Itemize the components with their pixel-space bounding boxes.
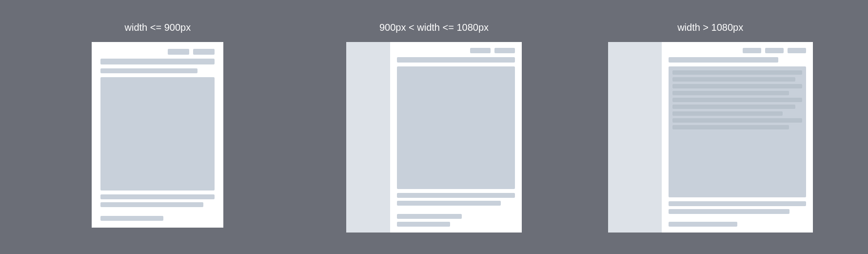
- main-image-medium: [397, 66, 515, 189]
- footer-line-2: [397, 201, 501, 206]
- mockup-large: [608, 42, 813, 233]
- list-line-9: [672, 125, 789, 129]
- header-bar-1: [470, 48, 491, 53]
- breakpoint-small-label: width <= 900px: [125, 22, 191, 33]
- footer-line-3: [100, 216, 163, 221]
- title-bar: [100, 59, 215, 64]
- list-line-1: [672, 70, 802, 75]
- content-medium: [390, 42, 522, 233]
- mockup-small: [92, 42, 223, 228]
- header-bar-2: [494, 48, 515, 53]
- footer-line-3: [669, 222, 737, 227]
- list-line-7: [672, 111, 783, 116]
- list-line-3: [672, 84, 802, 88]
- footer-line-2: [669, 209, 789, 214]
- main-container: width <= 900px 900px < width <= 1080px: [0, 12, 868, 242]
- list-line-5: [672, 98, 802, 102]
- footer-medium: [397, 193, 515, 227]
- footer-small: [100, 194, 215, 221]
- header-bar-2: [765, 48, 784, 53]
- main-image-small: [100, 77, 215, 190]
- header-bar-3: [788, 48, 806, 53]
- header-row-large: [669, 48, 806, 53]
- sidebar-large: [608, 42, 662, 233]
- header-bar-1: [168, 49, 189, 55]
- footer-line-1: [669, 201, 806, 206]
- footer-line-4: [397, 222, 450, 227]
- footer-line-1: [100, 194, 215, 199]
- subtitle-bar: [100, 68, 197, 73]
- list-line-4: [672, 91, 789, 95]
- main-list-large: [669, 66, 806, 197]
- mockup-medium: [346, 42, 522, 233]
- breakpoint-medium: 900px < width <= 1080px: [296, 22, 572, 233]
- header-bar-1: [743, 48, 761, 53]
- header-row-small: [100, 49, 215, 55]
- breakpoint-large-label: width > 1080px: [677, 22, 743, 33]
- content-large: [662, 42, 813, 233]
- footer-line-1: [397, 193, 515, 198]
- header-bar-2: [193, 49, 215, 55]
- footer-large: [669, 201, 806, 227]
- sidebar-medium: [346, 42, 390, 233]
- title-bar: [397, 57, 515, 63]
- breakpoint-large: width > 1080px: [572, 22, 848, 233]
- list-line-8: [672, 118, 802, 123]
- breakpoint-small: width <= 900px: [20, 22, 296, 228]
- header-row-medium: [397, 48, 515, 53]
- footer-line-3: [397, 214, 462, 219]
- list-line-2: [672, 77, 796, 82]
- breakpoint-medium-label: 900px < width <= 1080px: [379, 22, 489, 33]
- title-bar: [669, 57, 779, 63]
- footer-line-2: [100, 202, 203, 207]
- list-line-6: [672, 105, 796, 109]
